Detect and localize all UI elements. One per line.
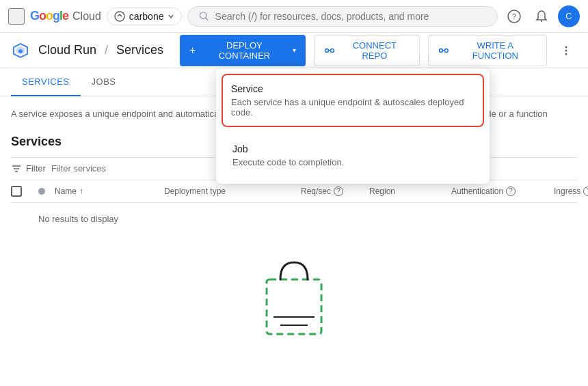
- header-status-col: [38, 188, 55, 195]
- svg-point-17: [565, 53, 567, 55]
- deploy-container-button[interactable]: + DEPLOY CONTAINER ▾: [180, 35, 306, 66]
- job-option-desc: Execute code to completion.: [232, 157, 473, 167]
- search-icon: [199, 11, 209, 22]
- svg-point-16: [565, 49, 567, 51]
- ingress-help-icon[interactable]: ?: [583, 187, 588, 196]
- svg-point-15: [565, 46, 567, 48]
- google-cloud-logo[interactable]: Google Cloud: [30, 9, 101, 23]
- job-option-title: Job: [232, 143, 473, 154]
- write-function-button[interactable]: WRITE A FUNCTION: [428, 35, 547, 66]
- name-col-label: Name: [55, 187, 77, 196]
- deployment-col-label: Deployment type: [164, 187, 226, 196]
- job-option[interactable]: Job Execute code to completion.: [224, 135, 481, 176]
- top-nav: Google Cloud carbone ? C: [0, 0, 588, 33]
- search-input[interactable]: [215, 11, 486, 22]
- region-col-label: Region: [369, 187, 395, 196]
- tab-jobs[interactable]: JOBS: [81, 68, 127, 96]
- cloud-run-product-icon: [11, 41, 30, 60]
- auth-col-label: Authentication: [451, 187, 503, 196]
- project-selector[interactable]: carbone: [107, 8, 183, 25]
- svg-point-12: [440, 49, 443, 52]
- select-all-checkbox[interactable]: [11, 186, 22, 197]
- user-avatar[interactable]: C: [558, 5, 580, 27]
- search-bar[interactable]: [187, 6, 498, 27]
- filter-label: Filter: [26, 163, 46, 174]
- header-region-col: Region: [369, 187, 451, 196]
- chevron-down-icon: [168, 13, 174, 20]
- service-option-title: Service: [231, 83, 475, 94]
- dropdown-item-job[interactable]: Job Execute code to completion.: [216, 133, 490, 184]
- svg-point-0: [115, 12, 124, 21]
- deploy-btn-label: DEPLOY CONTAINER: [200, 40, 289, 61]
- notifications-button[interactable]: [531, 5, 552, 27]
- empty-illustration: [11, 249, 577, 344]
- deploy-chevron-icon: ▾: [293, 46, 296, 54]
- header-req-col: Req/sec ?: [301, 187, 369, 196]
- connect-repo-button[interactable]: CONNECT REPO: [314, 35, 420, 66]
- connect-repo-icon: [324, 45, 335, 56]
- filter-input[interactable]: [51, 163, 166, 174]
- header-auth-col: Authentication ?: [451, 187, 554, 196]
- svg-line-2: [206, 18, 208, 20]
- sort-asc-icon[interactable]: ↑: [79, 187, 83, 196]
- status-indicator: [38, 188, 45, 195]
- req-col-label: Req/sec: [301, 187, 331, 196]
- empty-state-svg: [246, 249, 342, 344]
- nav-right: ? C: [503, 5, 580, 27]
- no-results-message: No results to display: [11, 203, 577, 235]
- deploy-dropdown-menu: Service Each service has a unique endpoi…: [216, 68, 490, 184]
- header-checkbox-col: [11, 186, 38, 197]
- dropdown-item-service[interactable]: Service Each service has a unique endpoi…: [222, 74, 484, 127]
- req-help-icon[interactable]: ?: [334, 187, 343, 196]
- header-ingress-col: Ingress ?: [554, 187, 588, 196]
- hamburger-button[interactable]: [8, 8, 25, 25]
- filter-toggle[interactable]: Filter: [11, 163, 46, 174]
- filter-icon-svg: [11, 163, 22, 174]
- section-title: Services: [116, 43, 163, 57]
- plus-icon: +: [189, 44, 196, 57]
- help-button[interactable]: ?: [503, 5, 525, 27]
- write-function-icon: [438, 45, 449, 56]
- project-name: carbone: [129, 11, 164, 22]
- write-function-label: WRITE A FUNCTION: [453, 40, 537, 61]
- second-bar: Cloud Run / Services + DEPLOY CONTAINER …: [0, 33, 588, 68]
- connect-repo-label: CONNECT REPO: [339, 40, 410, 61]
- svg-point-13: [445, 49, 449, 52]
- auth-help-icon[interactable]: ?: [506, 187, 516, 196]
- header-name-col[interactable]: Name ↑: [55, 187, 164, 196]
- svg-point-1: [200, 12, 206, 18]
- tab-services[interactable]: SERVICES: [11, 68, 81, 96]
- project-icon: [114, 11, 125, 22]
- more-options-button[interactable]: [555, 40, 577, 61]
- more-icon: [559, 44, 573, 57]
- svg-text:?: ?: [512, 12, 516, 20]
- product-title: Cloud Run: [38, 43, 96, 57]
- service-option-desc: Each service has a unique endpoint & aut…: [231, 97, 475, 118]
- ingress-col-label: Ingress: [554, 187, 580, 196]
- header-deployment-col: Deployment type: [164, 187, 301, 196]
- cloud-label: Cloud: [72, 10, 101, 23]
- svg-point-10: [331, 49, 334, 52]
- svg-point-9: [325, 49, 329, 52]
- breadcrumb-separator: /: [105, 43, 108, 57]
